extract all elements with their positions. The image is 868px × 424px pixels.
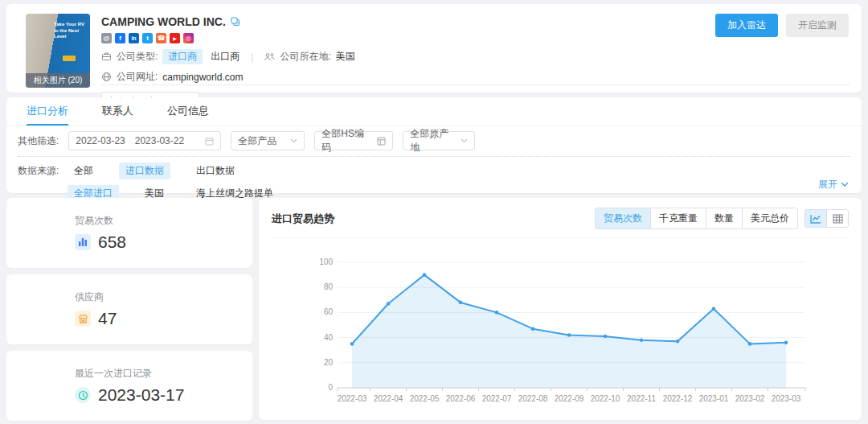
stat-value: 47 xyxy=(98,309,117,328)
company-type-label: 公司类型: xyxy=(117,50,158,64)
divider xyxy=(272,237,849,238)
metric-switcher: 贸易次数 千克重量 数量 美元总价 xyxy=(595,208,798,229)
svg-text:20: 20 xyxy=(324,358,334,367)
stat-card-trade-count: 贸易次数 658 xyxy=(6,198,252,268)
twitter-icon[interactable]: t xyxy=(142,33,153,43)
divider: | xyxy=(251,51,253,63)
phone-icon[interactable]: ☎ xyxy=(156,33,166,43)
company-type-icon xyxy=(101,51,112,62)
location-value: 美国 xyxy=(336,50,355,64)
filter-card: 进口分析 联系人 公司信息 其他筛选: 2022-03-23 2023-03-2… xyxy=(6,97,862,193)
line-chart-view-icon[interactable] xyxy=(805,209,827,228)
svg-text:60: 60 xyxy=(324,307,334,316)
youtube-icon[interactable]: ▶ xyxy=(170,33,180,43)
linkedin-icon[interactable]: in xyxy=(129,33,139,43)
svg-text:2022-08: 2022-08 xyxy=(518,394,548,403)
product-select[interactable]: 全部产品 xyxy=(231,131,305,150)
svg-text:2023-02: 2023-02 xyxy=(735,394,765,403)
svg-text:100: 100 xyxy=(319,257,333,266)
website-icon[interactable]: @ xyxy=(101,33,112,43)
metric-usd-total[interactable]: 美元总价 xyxy=(742,208,798,229)
stat-label: 供应商 xyxy=(75,290,252,304)
date-range-picker[interactable]: 2022-03-23 2023-03-22 xyxy=(68,131,221,150)
copy-icon[interactable] xyxy=(231,17,240,27)
tab-import-analysis[interactable]: 进口分析 xyxy=(27,97,68,126)
hs-code-value: 全部HS编码 xyxy=(321,127,367,154)
company-thumbnail[interactable]: Take Your RV to the Next Level 相关图片 (20) xyxy=(26,14,90,88)
source-option-import[interactable]: 进口数据 xyxy=(119,163,170,179)
chart-title: 进口贸易趋势 xyxy=(272,212,334,226)
svg-text:2023-01: 2023-01 xyxy=(699,394,729,403)
dotted-divider xyxy=(101,84,849,85)
svg-text:40: 40 xyxy=(324,333,334,342)
facebook-icon[interactable]: f xyxy=(115,33,125,43)
trend-chart-card: 进口贸易趋势 贸易次数 千克重量 数量 美元总价 020406080100202… xyxy=(259,198,862,420)
source-option-all[interactable]: 全部 xyxy=(68,163,100,179)
svg-text:2022-06: 2022-06 xyxy=(446,394,476,403)
thumbnail-badge xyxy=(63,56,76,61)
svg-text:2022-07: 2022-07 xyxy=(482,394,512,403)
date-end[interactable]: 2023-03-22 xyxy=(135,135,184,146)
chevron-down-icon xyxy=(290,138,297,143)
company-name: CAMPING WORLD INC. xyxy=(101,15,226,28)
data-source-label: 数据来源: xyxy=(18,164,68,178)
tab-company-info[interactable]: 公司信息 xyxy=(167,97,209,126)
company-header-card: Take Your RV to the Next Level 相关图片 (20)… xyxy=(6,4,862,93)
metric-quantity[interactable]: 数量 xyxy=(706,208,743,229)
svg-text:2022-05: 2022-05 xyxy=(410,394,440,403)
globe-icon xyxy=(101,72,112,82)
thumbnail-banner-text: Take Your RV to the Next Level xyxy=(54,22,88,40)
stat-label: 最近一次进口记录 xyxy=(75,367,252,381)
instagram-icon[interactable]: ◎ xyxy=(183,33,194,43)
store-icon xyxy=(75,311,91,327)
stat-label: 贸易次数 xyxy=(75,214,252,228)
svg-text:2022-09: 2022-09 xyxy=(555,394,584,403)
metric-weight-kg[interactable]: 千克重量 xyxy=(650,208,706,229)
svg-text:2022-12: 2022-12 xyxy=(663,394,693,403)
tab-bar: 进口分析 联系人 公司信息 xyxy=(6,97,862,126)
hs-code-select[interactable]: 全部HS编码 xyxy=(314,131,393,150)
product-select-value: 全部产品 xyxy=(238,134,276,148)
start-monitor-button[interactable]: 开启监测 xyxy=(786,14,849,37)
website-label: 公司网址: xyxy=(117,70,158,84)
metric-trade-count[interactable]: 贸易次数 xyxy=(595,208,651,229)
svg-text:2023-03: 2023-03 xyxy=(772,394,801,403)
website-value[interactable]: campingworld.com xyxy=(162,72,243,83)
expand-link[interactable]: 展开 xyxy=(818,178,849,191)
location-label: 公司所在地: xyxy=(280,50,330,64)
view-switcher xyxy=(805,209,849,228)
exporter-tag[interactable]: 出口商 xyxy=(211,50,240,64)
calendar-icon xyxy=(205,137,214,146)
stat-card-suppliers: 供应商 47 xyxy=(6,274,252,344)
expand-label: 展开 xyxy=(818,178,837,191)
chevron-down-icon xyxy=(461,138,468,143)
stat-card-latest-import: 最近一次进口记录 2023-03-17 xyxy=(6,351,252,421)
stat-value: 658 xyxy=(98,233,126,252)
chevron-down-icon xyxy=(841,182,849,187)
table-view-icon[interactable] xyxy=(826,209,849,228)
origin-select-value: 全部原产地 xyxy=(410,127,451,154)
clock-icon xyxy=(75,387,91,403)
svg-text:80: 80 xyxy=(324,282,334,291)
stats-column: 贸易次数 658 供应商 47 最近一次进口记录 2023-03-17 xyxy=(6,198,252,424)
bar-chart-icon xyxy=(75,234,91,250)
svg-text:2022-03: 2022-03 xyxy=(338,394,367,403)
importer-tag[interactable]: 进口商 xyxy=(162,49,203,64)
svg-text:2022-10: 2022-10 xyxy=(591,394,620,403)
related-images-caption[interactable]: 相关图片 (20) xyxy=(26,73,90,88)
svg-text:2022-04: 2022-04 xyxy=(374,394,403,403)
filter-label: 其他筛选: xyxy=(18,134,59,148)
window-icon xyxy=(377,137,386,146)
origin-select[interactable]: 全部原产地 xyxy=(403,131,475,150)
add-radar-button[interactable]: 加入雷达 xyxy=(715,14,778,37)
svg-text:2022-11: 2022-11 xyxy=(627,394,656,403)
location-icon xyxy=(264,51,275,62)
source-option-export[interactable]: 出口数据 xyxy=(190,163,241,179)
svg-text:0: 0 xyxy=(328,383,333,392)
stat-value: 2023-03-17 xyxy=(98,385,184,405)
trend-chart: 0204060801002022-032022-042022-052022-06… xyxy=(272,245,849,415)
date-start[interactable]: 2022-03-23 xyxy=(76,135,125,146)
tab-contacts[interactable]: 联系人 xyxy=(102,97,133,126)
